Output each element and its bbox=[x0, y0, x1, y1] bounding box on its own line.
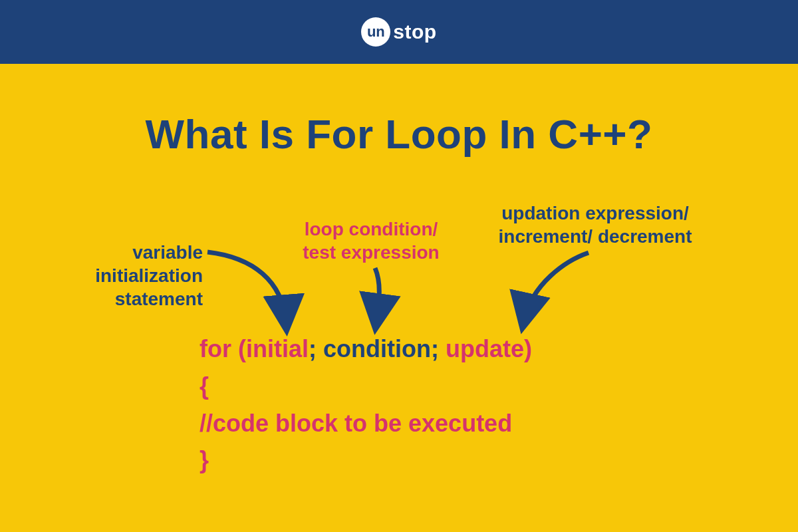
label-update: updation expression/ increment/ decremen… bbox=[485, 201, 705, 248]
arrow-cond-icon bbox=[359, 264, 399, 331]
logo-circle-text: un bbox=[367, 23, 385, 41]
code-close-paren: ) bbox=[524, 335, 532, 362]
arrow-update-icon bbox=[512, 247, 605, 334]
code-open-brace: { bbox=[200, 368, 532, 405]
diagram-area: variable initialization statement loop c… bbox=[0, 158, 798, 510]
logo-text: stop bbox=[393, 21, 436, 43]
label-init-line2: initialization bbox=[95, 265, 203, 286]
code-update: update bbox=[446, 335, 524, 362]
code-close-brace: } bbox=[200, 442, 532, 479]
arrow-init-icon bbox=[200, 244, 313, 337]
label-cond-line1: loop condition/ bbox=[305, 219, 438, 239]
code-line-for: for (initial; condition; update) bbox=[200, 331, 532, 368]
label-init-line1: variable bbox=[132, 242, 203, 263]
code-block: for (initial; condition; update) { //cod… bbox=[200, 331, 532, 479]
page-title: What Is For Loop In C++? bbox=[0, 110, 798, 158]
label-condition: loop condition/ test expression bbox=[291, 217, 451, 264]
code-comment: //code block to be executed bbox=[200, 405, 532, 442]
code-condition: condition bbox=[323, 335, 431, 362]
code-initial: initial bbox=[246, 335, 309, 362]
code-sep2: ; bbox=[431, 335, 446, 362]
label-init-line3: statement bbox=[115, 289, 203, 309]
label-initialization: variable initialization statement bbox=[76, 241, 203, 311]
header-bar: un stop bbox=[0, 0, 798, 64]
label-upd-line1: updation expression/ bbox=[501, 203, 689, 223]
label-upd-line2: increment/ decrement bbox=[499, 226, 692, 247]
logo: un stop bbox=[361, 17, 436, 47]
logo-circle-icon: un bbox=[361, 17, 390, 47]
label-cond-line2: test expression bbox=[303, 242, 439, 263]
code-for-keyword: for ( bbox=[200, 335, 246, 362]
code-sep1: ; bbox=[309, 335, 323, 362]
